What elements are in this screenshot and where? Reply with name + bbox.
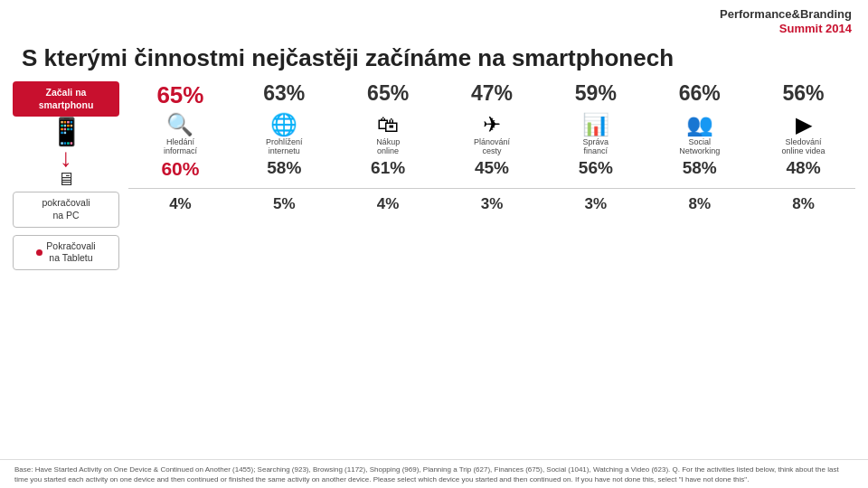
social-label: Social Networking	[679, 137, 720, 157]
tab-pct-3: 3%	[440, 195, 544, 213]
icon-browse: 🌐 Prohlížení internetu	[232, 113, 336, 156]
social-icon: 👥	[686, 113, 713, 136]
icon-travel: ✈ Plánování cesty	[440, 113, 544, 156]
travel-icon: ✈	[483, 113, 501, 136]
browse-icon: 🌐	[270, 113, 297, 136]
browse-label: Prohlížení internetu	[266, 137, 303, 157]
brand-line2: Summit 2014	[720, 22, 852, 36]
tablet-pct-row: 4% 5% 4% 3% 3% 8% 8%	[128, 195, 855, 213]
main-title: S kterými činnostmi nejčastěji začínáme …	[0, 39, 868, 81]
video-label: Sledování online videa	[782, 137, 826, 157]
pc-pct-6: 48%	[751, 158, 855, 180]
shop-icon: 🛍	[377, 113, 399, 136]
pc-pct-0: 60%	[128, 158, 232, 180]
footer-note: Base: Have Started Activity on One Devic…	[0, 459, 868, 488]
tab-pct-2: 4%	[336, 195, 440, 213]
video-icon: ▶	[796, 113, 812, 136]
smartphone-pct-row: 65% 63% 65% 47% 59% 66% 56%	[128, 81, 855, 109]
finance-icon: 📊	[582, 113, 609, 136]
left-column: Začali na smartphonu 📱 ↓ 🖥 pokračovali n…	[13, 81, 119, 458]
icon-finance: 📊 Správa financí	[543, 113, 647, 156]
tab-pct-6: 8%	[751, 195, 855, 213]
icon-shop: 🛍 Nákup online	[336, 113, 440, 156]
pc-pct-4: 56%	[543, 158, 647, 180]
arrow-down-icon: ↓	[60, 145, 72, 171]
pc-pct-2: 61%	[336, 158, 440, 180]
shop-label: Nákup online	[376, 137, 400, 157]
icons-row: 🔍 Hledání informací 🌐 Prohlížení interne…	[128, 113, 855, 156]
pc-pct-row: 60% 58% 61% 45% 56% 58% 48%	[128, 158, 855, 180]
right-column: 65% 63% 65% 47% 59% 66% 56% 🔍 Hledání in…	[128, 81, 855, 458]
icon-video: ▶ Sledování online videa	[751, 113, 855, 156]
sm-pct-1: 63%	[232, 81, 336, 109]
page: Performance&Branding Summit 2014 S který…	[0, 0, 868, 488]
sm-pct-3: 47%	[440, 81, 544, 109]
sm-pct-4: 59%	[543, 81, 647, 109]
tab-pct-1: 5%	[232, 195, 336, 213]
header: Performance&Branding Summit 2014	[0, 0, 868, 39]
sm-pct-0: 65%	[128, 81, 232, 109]
smartphone-label: Začali na smartphonu	[13, 81, 119, 117]
pc-pct-1: 58%	[232, 158, 336, 180]
tab-pct-5: 8%	[647, 195, 751, 213]
brand-line1: Performance&Branding	[720, 7, 852, 22]
phone-icon: 📱	[50, 118, 83, 145]
pc-label: pokračovali na PC	[13, 192, 119, 227]
icon-social: 👥 Social Networking	[647, 113, 751, 156]
tablet-label: Pokračovali na Tabletu	[13, 235, 119, 270]
finance-label: Správa financí	[583, 137, 609, 157]
sm-pct-5: 66%	[647, 81, 751, 109]
tab-pct-0: 4%	[128, 195, 232, 213]
pc-pct-3: 45%	[440, 158, 544, 180]
row-divider	[128, 188, 855, 189]
sm-pct-2: 65%	[336, 81, 440, 109]
tablet-dot	[36, 249, 42, 256]
brand-logo: Performance&Branding Summit 2014	[720, 7, 852, 35]
tab-pct-4: 3%	[543, 195, 647, 213]
travel-label: Plánování cesty	[474, 137, 510, 157]
search-label: Hledání informací	[164, 137, 197, 157]
search-icon: 🔍	[166, 113, 193, 136]
icon-search: 🔍 Hledání informací	[128, 113, 232, 156]
sm-pct-6: 56%	[751, 81, 855, 109]
main-content: Začali na smartphonu 📱 ↓ 🖥 pokračovali n…	[0, 81, 868, 458]
pc-icon: 🖥	[57, 169, 75, 190]
pc-pct-5: 58%	[647, 158, 751, 180]
phone-illustration: 📱 ↓ 🖥	[13, 118, 119, 190]
